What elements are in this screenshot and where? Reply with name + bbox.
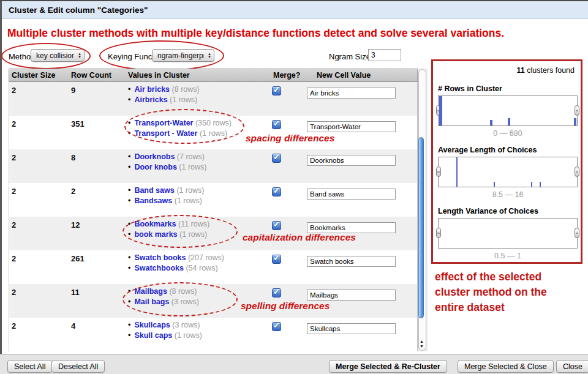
bullet-icon: • — [128, 196, 130, 205]
cluster-value-link[interactable]: Doorknobs — [134, 152, 175, 161]
select-all-button[interactable]: Select All — [7, 360, 52, 373]
cluster-value-link[interactable]: Transport - Water — [134, 129, 197, 138]
scroll-down-icon[interactable]: ▼ — [418, 344, 426, 349]
histogram-bar — [574, 118, 576, 125]
cluster-value-link[interactable]: Swatch books — [134, 253, 186, 262]
close-button[interactable]: Close — [556, 360, 588, 373]
merge-checkbox[interactable]: ✓ — [272, 120, 281, 129]
cluster-size-cell: 2 — [12, 86, 16, 95]
bullet-icon: • — [128, 119, 130, 127]
capitalization-annotation: capitalization differences — [243, 232, 356, 243]
merge-selected-close-button[interactable]: Merge Selected & Close — [458, 360, 554, 373]
row-count-cell: 8 — [71, 153, 75, 162]
cluster-table-body: 2 9 •Air bricks (8 rows) •Airbricks (1 r… — [9, 82, 418, 351]
scroll-up-icon[interactable]: ▲ — [418, 339, 426, 344]
deselect-all-button[interactable]: Deselect All — [51, 360, 105, 373]
facet-panel: 11 clusters found # Rows in Cluster 0 — … — [431, 59, 582, 264]
bullet-icon: • — [128, 163, 130, 171]
cluster-value-link[interactable]: Transport-Water — [134, 119, 193, 127]
checkmark-icon: ✓ — [273, 152, 280, 162]
value-row-count: (3 rows) — [172, 297, 199, 306]
merge-checkbox[interactable]: ✓ — [272, 288, 281, 297]
cluster-value-link[interactable]: Airbricks — [134, 95, 167, 104]
facet-title-length-variance: Length Variance of Choices — [438, 207, 538, 215]
range-slider-handle-right[interactable] — [575, 228, 579, 238]
bullet-icon: • — [128, 230, 130, 239]
histogram-bar — [540, 182, 541, 187]
value-row-count: (1 rows) — [176, 186, 204, 195]
scrollbar-thumb[interactable] — [418, 137, 424, 318]
cluster-size-cell: 2 — [12, 254, 16, 263]
cluster-value-link[interactable]: Door knobs — [134, 163, 176, 171]
scrollbar-arrows[interactable]: ▲ ▼ — [418, 339, 426, 349]
facet-range-label: 8.5 — 16 — [438, 190, 578, 199]
bullet-icon: • — [128, 297, 130, 306]
cluster-value-link[interactable]: Mail bags — [134, 297, 169, 306]
cluster-size-cell: 2 — [12, 119, 16, 129]
keying-function-select[interactable]: ngram-fingerprint ▲ ▼ — [152, 49, 214, 62]
dropdown-down-icon: ▼ — [208, 56, 211, 59]
window-left-edge — [0, 0, 2, 374]
dropdown-arrows-icon: ▲ ▼ — [78, 53, 81, 59]
new-cell-value-input[interactable] — [307, 155, 396, 166]
merge-checkbox[interactable]: ✓ — [272, 86, 281, 95]
value-row-count: (54 rows) — [186, 264, 217, 272]
range-slider-handle-left[interactable] — [436, 166, 441, 177]
value-row-count: (1 rows) — [175, 331, 202, 340]
new-cell-value-input[interactable] — [307, 323, 396, 334]
header-cluster-size: Cluster Size — [12, 71, 56, 80]
keying-selected-value: ngram-fingerprint — [157, 51, 204, 60]
cluster-value-link[interactable]: book marks — [134, 230, 177, 239]
value-row-count: (207 rows) — [188, 253, 224, 262]
merge-checkbox[interactable]: ✓ — [272, 255, 281, 264]
merge-checkbox[interactable]: ✓ — [272, 154, 281, 163]
cluster-value-link[interactable]: Bandsaws — [134, 196, 172, 205]
checkmark-icon: ✓ — [273, 220, 280, 229]
ngram-size-input[interactable] — [368, 49, 401, 61]
row-count-cell: 11 — [71, 288, 80, 297]
merge-checkbox[interactable]: ✓ — [272, 221, 281, 230]
facet-title-average-length: Average Length of Choices — [438, 146, 537, 154]
method-selected-value: key collision — [36, 51, 74, 60]
checkmark-icon: ✓ — [273, 321, 280, 330]
facet-title-rows-in-cluster: # Rows in Cluster — [438, 84, 502, 93]
header-new-cell-value: New Cell Value — [317, 71, 371, 80]
range-slider-handle-left[interactable] — [436, 228, 441, 238]
cluster-value-link[interactable]: Band saws — [134, 186, 174, 195]
cluster-value-link[interactable]: Skull caps — [134, 331, 172, 340]
clusters-found-count: 11 — [516, 66, 524, 75]
merge-selected-recluster-button[interactable]: Merge Selected & Re-Cluster — [329, 360, 447, 373]
cluster-value-link[interactable]: Swatchbooks — [134, 264, 184, 272]
cluster-value-link[interactable]: Air bricks — [134, 85, 170, 94]
value-row-count: (1 rows) — [170, 95, 197, 104]
table-row: 2 12 •Bookmarks (11 rows) •book marks (1… — [9, 217, 417, 250]
method-select[interactable]: key collision ▲ ▼ — [31, 49, 85, 62]
table-scrollbar[interactable]: ▲ ▼ — [418, 69, 428, 351]
histogram-bar — [494, 182, 495, 187]
value-row-count: (8 rows) — [169, 287, 197, 296]
new-cell-value-input[interactable] — [307, 290, 396, 301]
merge-checkbox[interactable]: ✓ — [272, 187, 281, 196]
new-cell-value-input[interactable] — [307, 256, 396, 267]
range-slider-handle-right[interactable] — [575, 105, 579, 116]
bullet-icon: • — [128, 95, 130, 104]
row-count-cell: 9 — [71, 86, 75, 95]
table-row: 2 2 •Band saws (1 rows) •Bandsaws (1 row… — [9, 183, 417, 217]
clusters-found-label: clusters found — [525, 66, 575, 75]
new-cell-value-input[interactable] — [307, 189, 396, 200]
header-merge: Merge? — [273, 71, 300, 80]
dropdown-arrows-icon: ▲ ▼ — [208, 53, 211, 59]
cluster-value-link[interactable]: Skullcaps — [134, 321, 170, 329]
merge-checkbox[interactable]: ✓ — [272, 322, 281, 331]
cluster-value-link[interactable]: Bookmarks — [134, 220, 176, 228]
cluster-value-link[interactable]: Mailbags — [134, 287, 167, 296]
histogram-bar — [490, 120, 492, 125]
range-slider-handle-right[interactable] — [575, 166, 579, 177]
values-in-cluster-cell: •Doorknobs (7 rows) •Door knobs (1 rows) — [128, 152, 206, 173]
bullet-icon: • — [128, 85, 130, 94]
row-count-cell: 12 — [71, 220, 80, 230]
header-values-in-cluster: Values in Cluster — [128, 71, 190, 80]
bullet-icon: • — [128, 287, 130, 296]
new-cell-value-input[interactable] — [307, 88, 396, 99]
new-cell-value-input[interactable] — [307, 121, 396, 132]
